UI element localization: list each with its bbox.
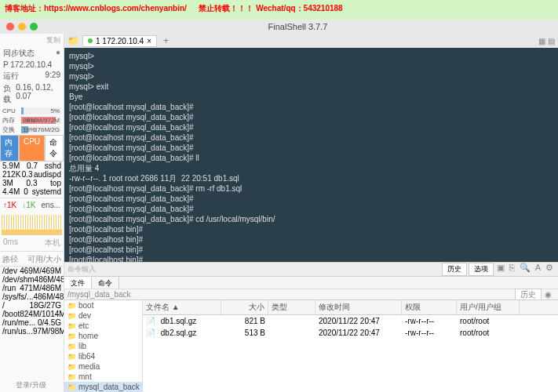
blog-link[interactable]: https://www.cnblogs.com/chenyanbin/: [44, 4, 187, 13]
tab-command[interactable]: 命令: [92, 277, 119, 289]
terminal[interactable]: mysql> mysql> mysql> mysql> exit Bye [ro…: [64, 48, 558, 262]
tool-icon[interactable]: ▣: [495, 263, 506, 276]
folder-icon: 📁: [67, 302, 76, 310]
copy-label[interactable]: 复制: [0, 34, 64, 47]
tab-mem[interactable]: 内存: [0, 135, 19, 162]
font-icon[interactable]: A: [534, 263, 542, 276]
folder-icon: 📁: [67, 332, 76, 340]
file-row[interactable]: 📄 db2.sql.gz 513 B 2020/11/22 20:47 -rw-…: [143, 327, 558, 339]
login-link[interactable]: 登录/升级: [16, 380, 46, 390]
folder-icon[interactable]: 📁: [67, 35, 79, 46]
runtime-label: 运行: [3, 71, 19, 82]
maximize-button[interactable]: [30, 23, 38, 31]
layout-icon[interactable]: ▦ ▤: [538, 37, 555, 45]
current-path[interactable]: /mysql_data_back: [67, 290, 515, 299]
folder-icon: 📁: [67, 343, 76, 350]
sync-status-label: 同步状态: [3, 48, 35, 59]
copy-icon[interactable]: ⎘: [508, 263, 516, 276]
history-button[interactable]: 历史: [442, 263, 467, 276]
close-button[interactable]: [6, 23, 14, 31]
window-title: FinalShell 3.7.7: [38, 22, 558, 31]
path-up-icon[interactable]: ◉: [542, 290, 555, 299]
sidebar: 复制 同步状态● P 172.20.10.4 运行9:29 负载0.16, 0.…: [0, 34, 64, 392]
minimize-button[interactable]: [18, 23, 26, 31]
file-list[interactable]: 文件名 ▲ 大小 类型 修改时间 权限 用户/用户组 📄 db1.sql.gz …: [143, 300, 558, 392]
file-row[interactable]: 📄 db1.sql.gz 821 B 2020/11/22 20:47 -rw-…: [143, 315, 558, 327]
network-chart: [2, 212, 62, 235]
tab-cmd[interactable]: 命令: [45, 135, 64, 162]
settings-icon[interactable]: ⚙: [544, 263, 555, 276]
file-panel-tabs: 文件 命令: [64, 276, 558, 289]
watermark-banner: 博客地址：https://www.cnblogs.com/chenyanbin/…: [0, 0, 558, 20]
status-dot-icon: [88, 38, 93, 43]
folder-icon: 📁: [67, 373, 76, 381]
command-input[interactable]: 命令输入: [67, 264, 442, 274]
sync-dot-icon: ●: [56, 48, 60, 59]
add-tab-button[interactable]: +: [160, 35, 172, 46]
process-list: 5.9M0.7sshd 212K0.3audispd 3M0.3top 4.4M…: [0, 162, 64, 196]
tab-file[interactable]: 文件: [64, 277, 92, 289]
folder-icon: 📁: [67, 383, 76, 391]
search-icon[interactable]: 🔍: [518, 263, 532, 276]
load-label: 负载: [3, 83, 16, 105]
path-bar: /mysql_data_back 历史 ◉: [64, 289, 558, 299]
folder-icon: 📁: [67, 322, 76, 330]
folder-icon: 📁: [67, 353, 76, 361]
folder-icon: 📁: [67, 363, 76, 371]
terminal-footer: 命令输入 历史 选项 ▣ ⎘ 🔍 A ⚙: [64, 262, 558, 276]
folder-tree[interactable]: 📁boot 📁dev 📁etc 📁home 📁lib 📁lib64 📁media…: [64, 300, 143, 392]
options-button[interactable]: 选项: [469, 263, 494, 276]
ip-label: P 172.20.10.4: [3, 60, 52, 69]
close-tab-icon[interactable]: ×: [147, 37, 151, 45]
folder-icon: 📁: [67, 312, 76, 320]
connection-tab[interactable]: 1 172.20.10.4 ×: [82, 35, 157, 47]
tab-bar: 📁 1 172.20.10.4 × + ▦ ▤: [64, 34, 558, 48]
window-titlebar: FinalShell 3.7.7: [0, 20, 558, 34]
tab-cpu[interactable]: CPU: [19, 135, 45, 162]
